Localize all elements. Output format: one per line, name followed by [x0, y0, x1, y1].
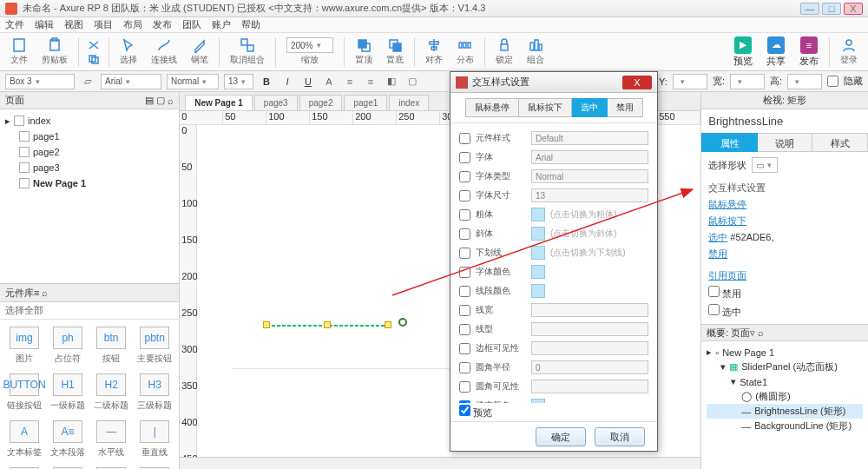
add-folder-icon[interactable]: ▢	[156, 95, 165, 106]
dlg-ctl[interactable]: Arial	[531, 150, 648, 164]
dlg-swatch[interactable]	[531, 208, 545, 221]
lib-search-icon[interactable]: ⌕	[42, 287, 48, 298]
publish-button[interactable]: ≡发布	[794, 35, 824, 69]
align-left-button[interactable]: ≡	[342, 74, 358, 89]
menu-account[interactable]: 账户	[212, 18, 231, 31]
dlg-check[interactable]	[459, 362, 470, 373]
lib-中继器[interactable]: ⊞中继器	[134, 464, 175, 469]
inspector-widget-name[interactable]: BrightnessLine	[701, 109, 868, 133]
italic-button[interactable]: I	[279, 74, 295, 89]
tree-page1[interactable]: page1	[0, 129, 179, 144]
dlg-check[interactable]	[459, 305, 470, 316]
lib-热区[interactable]: ▭热区	[3, 464, 45, 469]
menu-layout[interactable]: 布局	[123, 18, 142, 31]
send-back-button[interactable]: 置底	[381, 36, 409, 68]
lib-占位符[interactable]: ph占位符	[47, 323, 89, 368]
selected-checkbox[interactable]	[708, 304, 720, 315]
y-input[interactable]	[673, 74, 707, 89]
outline-filter-icon[interactable]: ▿	[750, 327, 755, 339]
group-button[interactable]: 组合	[522, 36, 549, 68]
outline-brightnessline[interactable]: — BrightnessLine (矩形)	[707, 404, 863, 419]
outline-root[interactable]: ▸ ▫ New Page 1	[707, 345, 863, 360]
text-color-button[interactable]: A	[321, 74, 337, 89]
add-page-icon[interactable]: ▤	[145, 95, 154, 106]
tab-page3[interactable]: page3	[254, 95, 298, 110]
outline-sliderpanel[interactable]: ▾ ▦ SliderPanel (动态面板)	[707, 360, 863, 374]
inspector-tab-style[interactable]: 样式	[812, 133, 868, 152]
dlg-ctl[interactable]	[531, 322, 648, 336]
dlg-check[interactable]	[459, 209, 470, 221]
align-button[interactable]: 对齐	[420, 36, 448, 68]
lock-button[interactable]: 锁定	[490, 36, 518, 68]
bold-button[interactable]: B	[259, 74, 274, 89]
tab-index[interactable]: index	[389, 95, 429, 110]
dlg-ctl[interactable]: 13	[531, 188, 648, 202]
tree-page2[interactable]: page2	[0, 144, 179, 160]
dialog-tab-hover[interactable]: 鼠标悬停	[465, 98, 519, 117]
outline-ellipse[interactable]: ◯ (椭圆形)	[707, 389, 863, 404]
minimize-button[interactable]: —	[800, 3, 819, 15]
align-center-button[interactable]: ≡	[363, 74, 378, 89]
lib-按钮[interactable]: btn按钮	[90, 323, 132, 368]
lib-三级标题[interactable]: H3三级标题	[134, 370, 175, 415]
login-button[interactable]: 登录	[835, 36, 863, 68]
dialog-titlebar[interactable]: 交互样式设置 X	[450, 72, 657, 93]
menu-edit[interactable]: 编辑	[35, 18, 54, 31]
cancel-button[interactable]: 取消	[595, 427, 645, 446]
lib-文本标签[interactable]: A文本标签	[3, 417, 45, 462]
bring-front-button[interactable]: 置顶	[350, 36, 378, 68]
reference-page-link[interactable]: 引用页面	[708, 270, 746, 281]
tree-page3[interactable]: page3	[0, 160, 179, 175]
inspector-tab-notes[interactable]: 说明	[758, 133, 813, 152]
copy-button[interactable]	[84, 53, 103, 65]
dlg-check[interactable]	[459, 267, 470, 278]
underline-button[interactable]: U	[300, 74, 316, 89]
dlg-ctl[interactable]	[531, 341, 648, 355]
lib-动态面板[interactable]: ◫动态面板	[47, 464, 89, 469]
outline-state1[interactable]: ▾ State1	[707, 374, 863, 389]
lib-menu-icon[interactable]: ≡	[34, 287, 39, 298]
fill-swatch[interactable]: ▱	[80, 74, 95, 89]
menu-project[interactable]: 项目	[94, 18, 113, 31]
lib-链接按钮[interactable]: BUTTON链接按钮	[3, 370, 45, 415]
dlg-ctl[interactable]	[531, 380, 648, 393]
menu-file[interactable]: 文件	[5, 18, 24, 31]
dlg-check[interactable]	[459, 381, 470, 393]
lib-主要按钮[interactable]: pbtn主要按钮	[134, 323, 175, 368]
outline-backgroundline[interactable]: — BackgroundLine (矩形)	[707, 419, 863, 433]
tab-newpage1[interactable]: New Page 1	[185, 95, 253, 110]
lib-水平线[interactable]: —水平线	[90, 417, 132, 462]
disabled-checkbox[interactable]	[708, 286, 720, 297]
selected-link[interactable]: 选中	[708, 232, 727, 242]
dlg-check[interactable]	[459, 343, 470, 354]
disabled-link[interactable]: 禁用	[708, 248, 727, 259]
dlg-ctl[interactable]: Normal	[531, 169, 648, 183]
dlg-ctl[interactable]: 0	[531, 360, 648, 374]
search-icon[interactable]: ⌕	[168, 96, 174, 106]
lib-内联框架[interactable]: ▣内联框架	[90, 464, 132, 469]
preview-button[interactable]: ▶预览	[728, 35, 758, 69]
dlg-swatch[interactable]	[531, 284, 545, 298]
shape-picker[interactable]: ▭	[752, 157, 778, 173]
dlg-ctl[interactable]: Default	[531, 131, 648, 145]
dlg-check[interactable]	[459, 248, 470, 259]
dlg-check[interactable]	[459, 286, 470, 297]
dlg-check[interactable]	[459, 324, 470, 335]
connect-tool[interactable]: 连接线	[146, 36, 182, 68]
dlg-check[interactable]	[459, 133, 470, 144]
dlg-ctl[interactable]	[531, 303, 648, 317]
lib-垂直线[interactable]: |垂直线	[134, 417, 175, 462]
menu-publish[interactable]: 发布	[153, 18, 172, 31]
lib-图片[interactable]: img图片	[3, 323, 45, 368]
dlg-check[interactable]	[459, 171, 470, 182]
h-scrollbar[interactable]	[180, 457, 700, 469]
pen-tool[interactable]: 钢笔	[186, 36, 214, 68]
dialog-tab-selected[interactable]: 选中	[572, 98, 608, 117]
hidden-checkbox[interactable]	[827, 76, 838, 87]
outline-search-icon[interactable]: ⌕	[758, 327, 764, 338]
library-select-all[interactable]: 选择全部	[0, 302, 179, 320]
dlg-check[interactable]	[459, 228, 470, 240]
dlg-swatch[interactable]	[531, 227, 545, 241]
tab-page1[interactable]: page1	[344, 95, 387, 110]
dlg-check[interactable]	[459, 152, 470, 163]
